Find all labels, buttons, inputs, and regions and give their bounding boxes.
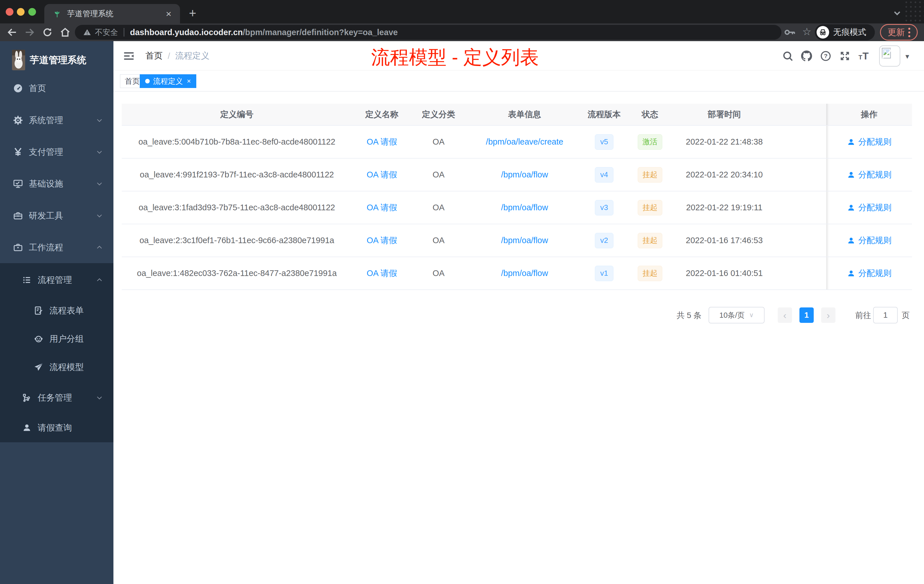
sidebar-item-label: 流程模型 bbox=[50, 361, 84, 373]
column-spacer bbox=[773, 104, 826, 125]
deploy-time: 2022-01-22 20:34:10 bbox=[675, 158, 773, 191]
chevron-up-icon bbox=[96, 276, 103, 284]
screenshot-root: 芋道管理系统 × + bbox=[0, 0, 924, 584]
briefcase-icon bbox=[13, 242, 23, 252]
sidebar-logo[interactable]: 芋道管理系统 bbox=[0, 45, 114, 75]
row-spacer bbox=[773, 158, 826, 191]
sidebar-item-devtools[interactable]: 研发工具 bbox=[0, 200, 114, 232]
column-header: 定义编号 bbox=[122, 104, 352, 125]
security-chip[interactable]: 不安全 bbox=[83, 27, 118, 38]
tag-close-icon[interactable]: × bbox=[187, 78, 191, 84]
window-close-button[interactable] bbox=[6, 8, 13, 16]
window-zoom-button[interactable] bbox=[28, 8, 36, 16]
sidebar-item-workflow[interactable]: 工作流程 bbox=[0, 231, 114, 264]
home-icon[interactable] bbox=[58, 25, 72, 39]
sidebar-item-label: 工作流程 bbox=[29, 242, 63, 253]
page-goto-input[interactable] bbox=[873, 307, 898, 323]
form-link[interactable]: /bpm/oa/leave/create bbox=[486, 137, 563, 147]
sidebar-item-label: 请假查询 bbox=[38, 422, 72, 434]
gear-icon bbox=[13, 115, 23, 125]
window-minimize-button[interactable] bbox=[17, 8, 25, 16]
password-key-icon[interactable] bbox=[783, 25, 797, 39]
app-window: 芋道管理系统 首页 bbox=[0, 41, 924, 584]
sidebar-item-process-management[interactable]: 流程管理 bbox=[0, 266, 114, 294]
next-page-button[interactable]: › bbox=[821, 307, 835, 323]
breadcrumb: 首页 / 流程定义 bbox=[145, 41, 210, 71]
sidebar-item-process-model[interactable]: 流程模型 bbox=[0, 353, 114, 381]
main-area: 首页 / 流程定义 bbox=[114, 41, 924, 584]
chevron-down-icon bbox=[96, 394, 103, 401]
assign-rule-button[interactable]: 分配规则 bbox=[847, 136, 891, 148]
help-icon[interactable]: ? bbox=[820, 50, 832, 62]
form-link[interactable]: /bpm/oa/flow bbox=[501, 236, 548, 245]
app-title: 芋道管理系统 bbox=[30, 54, 86, 66]
chevron-down-icon bbox=[96, 148, 103, 156]
sidebar-item-task-management[interactable]: 任务管理 bbox=[0, 383, 114, 412]
column-header: 表单信息 bbox=[465, 104, 584, 125]
sidebar-toggle-icon[interactable] bbox=[123, 50, 135, 62]
assign-rule-button[interactable]: 分配规则 bbox=[847, 202, 891, 213]
sidebar-item-infrastructure[interactable]: 基础设施 bbox=[0, 168, 114, 200]
definition-name-link[interactable]: OA 请假 bbox=[366, 202, 397, 213]
new-tab-button[interactable]: + bbox=[185, 6, 200, 21]
breadcrumb-home[interactable]: 首页 bbox=[145, 50, 163, 62]
search-icon[interactable] bbox=[782, 50, 794, 62]
table-row: oa_leave:1:482ec033-762a-11ec-8477-a2380… bbox=[122, 257, 912, 290]
column-header: 定义名称 bbox=[352, 104, 412, 125]
sidebar-item-user-group[interactable]: 用户分组 bbox=[0, 325, 114, 353]
page-number-active[interactable]: 1 bbox=[799, 307, 814, 323]
breadcrumb-separator: / bbox=[168, 51, 170, 61]
fullscreen-icon[interactable] bbox=[839, 50, 851, 62]
avatar[interactable] bbox=[879, 45, 900, 66]
browser-tab[interactable]: 芋道管理系统 × bbox=[44, 4, 180, 23]
definition-name-link[interactable]: OA 请假 bbox=[366, 169, 397, 181]
github-icon[interactable] bbox=[801, 50, 812, 62]
sidebar-item-payment[interactable]: 支付管理 bbox=[0, 136, 114, 168]
sidebar-item-label: 基础设施 bbox=[29, 178, 63, 190]
prev-page-button[interactable]: ‹ bbox=[778, 307, 792, 323]
definition-id: oa_leave:4:991f2193-7b7f-11ec-a3c8-acde4… bbox=[122, 158, 352, 191]
definition-name-link[interactable]: OA 请假 bbox=[366, 235, 397, 246]
favicon-plant-icon bbox=[53, 10, 61, 18]
tab-close-icon[interactable]: × bbox=[165, 9, 173, 18]
form-link[interactable]: /bpm/oa/flow bbox=[501, 170, 548, 180]
sidebar-item-process-form[interactable]: 流程表单 bbox=[0, 296, 114, 325]
sidebar-item-label: 任务管理 bbox=[38, 392, 72, 404]
assign-rule-button[interactable]: 分配规则 bbox=[847, 268, 891, 279]
table-header-row: 定义编号 定义名称 定义分类 表单信息 流程版本 状态 部署时间 操作 bbox=[122, 104, 912, 126]
assign-rule-label: 分配规则 bbox=[858, 136, 891, 148]
browser-update-button[interactable]: 更新 bbox=[880, 24, 918, 41]
back-icon[interactable] bbox=[5, 25, 19, 39]
reload-icon[interactable] bbox=[41, 25, 54, 39]
form-link[interactable]: /bpm/oa/flow bbox=[501, 269, 548, 278]
assign-rule-button[interactable]: 分配规则 bbox=[847, 169, 891, 181]
status-badge: 激活 bbox=[638, 134, 662, 150]
monitor-icon bbox=[13, 178, 23, 189]
browser-toolbar: 不安全 dashboard.yudao.iocoder.cn/bpm/manag… bbox=[0, 23, 924, 41]
chevron-down-icon bbox=[96, 212, 103, 219]
page-size-select[interactable]: 10条/页 ∨ bbox=[709, 307, 765, 323]
row-spacer bbox=[773, 224, 826, 257]
bookmark-star-icon[interactable]: ☆ bbox=[800, 25, 814, 38]
forward-icon[interactable] bbox=[23, 25, 36, 39]
definition-name-link[interactable]: OA 请假 bbox=[366, 268, 397, 279]
font-size-icon[interactable]: T T bbox=[858, 50, 870, 62]
menu-kebab-icon[interactable] bbox=[908, 28, 910, 37]
version-badge: v1 bbox=[595, 266, 614, 281]
tab-overflow-chevron-icon[interactable] bbox=[891, 7, 903, 20]
avatar-caret-icon[interactable]: ▾ bbox=[906, 52, 909, 61]
select-caret-icon: ∨ bbox=[749, 312, 754, 319]
sidebar-item-system[interactable]: 系统管理 bbox=[0, 104, 114, 136]
definition-id: oa_leave:3:1fad3d93-7b75-11ec-a3c8-acde4… bbox=[122, 191, 352, 224]
sidebar-item-leave-query[interactable]: 请假查询 bbox=[0, 413, 114, 442]
definition-table: 定义编号 定义名称 定义分类 表单信息 流程版本 状态 部署时间 操作 oa_l… bbox=[122, 104, 912, 290]
assign-rule-button[interactable]: 分配规则 bbox=[847, 235, 891, 246]
address-bar[interactable]: 不安全 dashboard.yudao.iocoder.cn/bpm/manag… bbox=[75, 25, 781, 40]
tag-process-definition[interactable]: 流程定义 × bbox=[140, 74, 196, 88]
form-link[interactable]: /bpm/oa/flow bbox=[501, 203, 548, 212]
sidebar-item-home[interactable]: 首页 bbox=[0, 72, 114, 104]
definition-category: OA bbox=[412, 224, 465, 257]
definition-name-link[interactable]: OA 请假 bbox=[366, 136, 397, 148]
omnibox-separator bbox=[124, 28, 124, 36]
page-size-value: 10条/页 bbox=[719, 310, 744, 320]
